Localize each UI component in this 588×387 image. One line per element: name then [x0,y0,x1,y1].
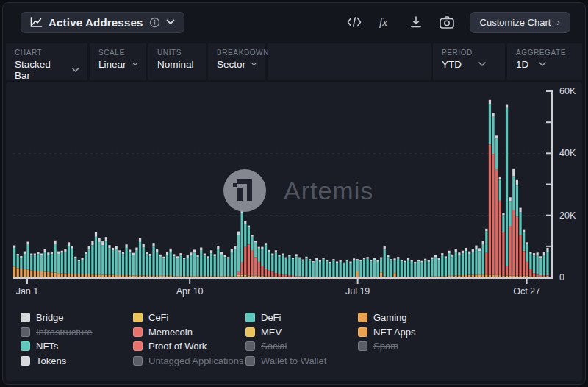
bar[interactable] [248,226,250,277]
bar[interactable] [502,213,504,277]
legend-item[interactable]: Spam [358,341,470,352]
legend-item[interactable]: Social [245,341,358,352]
bar[interactable] [478,248,481,277]
legend-item[interactable]: Bridge [21,312,133,323]
bar[interactable] [451,255,453,277]
legend-item[interactable]: Proof of Work [133,341,245,352]
bar[interactable] [445,256,447,277]
bar[interactable] [261,247,263,277]
bar[interactable] [393,258,395,277]
bar[interactable] [118,250,121,277]
bar[interactable] [183,258,185,277]
bar[interactable] [332,259,334,277]
bar[interactable] [312,261,315,277]
bar[interactable] [495,135,498,277]
bar[interactable] [268,250,270,277]
bar[interactable] [441,253,443,277]
bar[interactable] [214,254,216,277]
bar[interactable] [74,257,76,277]
bar[interactable] [390,259,392,277]
bar[interactable] [438,258,440,277]
bar[interactable] [88,246,90,277]
bar[interactable] [336,262,338,278]
bar[interactable] [61,251,63,277]
bar[interactable] [254,241,257,277]
bar[interactable] [44,249,46,277]
bar[interactable] [227,257,229,277]
bar[interactable] [156,249,158,277]
bar[interactable] [95,232,97,277]
bar[interactable] [275,250,277,277]
legend-item[interactable]: Gaming [358,312,470,323]
bar[interactable] [397,257,399,277]
legend-item[interactable]: MEV [245,327,358,338]
bar[interactable] [101,241,104,277]
bar[interactable] [407,258,409,277]
bar[interactable] [162,257,165,277]
bar[interactable] [81,258,83,277]
bar[interactable] [475,246,477,277]
bar[interactable] [237,232,240,277]
bar[interactable] [322,258,324,277]
bar[interactable] [159,255,162,277]
bar[interactable] [359,260,362,277]
bar[interactable] [64,249,66,277]
control-breakdown[interactable]: BREAKDOWN Sector [208,43,265,80]
bar[interactable] [105,237,107,277]
bar[interactable] [231,249,233,277]
bar[interactable] [472,249,474,277]
legend-item[interactable]: DeFi [245,312,358,323]
info-icon[interactable] [149,17,160,28]
bar[interactable] [523,230,525,277]
legend-item[interactable]: NFT Apps [358,327,470,338]
bar[interactable] [448,251,450,277]
bar[interactable] [367,257,369,277]
bar[interactable] [173,254,175,277]
legend-item[interactable]: Untagged Applications [133,355,245,366]
bar[interactable] [387,255,389,277]
bar[interactable] [512,169,514,277]
bar[interactable] [24,252,26,277]
control-units[interactable]: UNITS Nominal [148,43,206,80]
stacked-bar-chart[interactable]: Jan 1Apr 10Jul 19Oct 27020K40K60K [13,88,585,309]
bar[interactable] [17,254,19,277]
bar[interactable] [533,253,535,277]
legend-item[interactable]: Tokens [21,355,133,366]
bar[interactable] [47,252,49,277]
bar[interactable] [343,263,345,277]
bar[interactable] [455,249,457,277]
bar[interactable] [37,252,39,277]
bar[interactable] [278,255,280,277]
bar[interactable] [207,256,209,277]
bar[interactable] [489,100,491,277]
control-scale[interactable]: SCALE Linear [90,43,146,80]
bar[interactable] [179,253,182,277]
bar[interactable] [139,238,141,277]
bar[interactable] [516,180,518,277]
bar[interactable] [353,258,355,277]
bar[interactable] [537,252,539,277]
bar[interactable] [285,258,287,277]
bar[interactable] [315,258,318,277]
bar[interactable] [482,241,484,277]
bar[interactable] [187,255,189,277]
bar[interactable] [420,261,423,277]
bar[interactable] [143,244,145,277]
bar[interactable] [135,248,137,277]
control-period[interactable]: PERIOD YTD [433,43,505,80]
bar[interactable] [98,238,101,277]
bar[interactable] [424,259,426,277]
bar[interactable] [271,254,273,277]
bar[interactable] [414,262,416,277]
bar[interactable] [204,254,206,277]
bar[interactable] [499,177,501,277]
bar[interactable] [57,252,60,277]
bar[interactable] [129,249,131,277]
bar[interactable] [465,248,467,277]
legend-item[interactable]: Memecoin [133,327,245,338]
bar[interactable] [223,255,226,277]
bar[interactable] [132,253,135,277]
bar[interactable] [363,258,365,277]
bar[interactable] [115,246,118,277]
bar[interactable] [462,251,464,277]
